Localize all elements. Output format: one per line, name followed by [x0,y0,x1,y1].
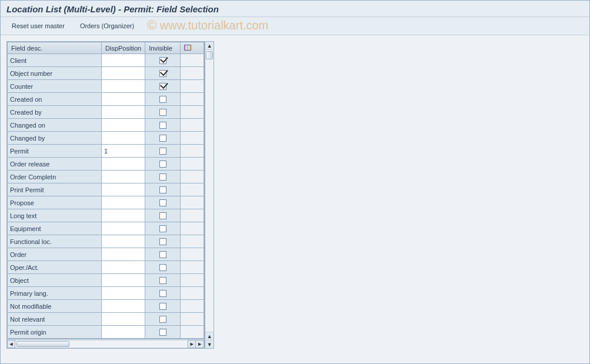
cell-invisible [145,119,181,132]
reset-user-master-button[interactable]: Reset user master [5,19,71,32]
cell-disp-position[interactable] [102,313,145,326]
table-row[interactable]: Changed on [8,119,204,132]
cell-spacer [181,119,204,132]
scroll-right-icon[interactable]: ► [188,340,196,348]
table-row[interactable]: Print Permit [8,183,204,196]
toolbar: Reset user master Orders (Organizer) [1,17,589,35]
invisible-checkbox[interactable] [159,238,166,245]
cell-invisible [145,300,181,313]
cell-disp-position[interactable] [102,132,145,145]
table-row[interactable]: Functional loc. [8,235,204,248]
invisible-checkbox[interactable] [159,148,166,155]
column-header-field-desc[interactable]: Field desc. [8,42,102,54]
cell-disp-position[interactable] [102,248,145,261]
cell-disp-position[interactable] [102,235,145,248]
cell-disp-position[interactable] [102,54,145,67]
cell-disp-position[interactable] [102,274,145,287]
cell-disp-position[interactable] [102,300,145,313]
scroll-down-icon[interactable]: ▲ [205,332,214,340]
cell-field-desc: Counter [8,80,102,93]
table-row[interactable]: Permit1 [8,145,204,158]
table-row[interactable]: Not modifiable [8,300,204,313]
scroll-right-end-icon[interactable]: ► [196,340,204,348]
invisible-checkbox[interactable] [159,186,166,193]
invisible-checkbox[interactable] [159,251,166,258]
table-row[interactable]: Oper./Act. [8,261,204,274]
cell-field-desc: Client [8,54,102,67]
invisible-checkbox[interactable] [159,316,166,323]
cell-disp-position[interactable] [102,183,145,196]
cell-disp-position[interactable] [102,222,145,235]
table-row[interactable]: Order release [8,158,204,171]
invisible-checkbox[interactable] [159,135,166,142]
cell-disp-position[interactable] [102,209,145,222]
invisible-checkbox[interactable] [159,277,166,284]
cell-disp-position[interactable] [102,261,145,274]
invisible-checkbox[interactable] [159,109,166,116]
horizontal-scrollbar[interactable]: ◄ ► ► [7,339,204,348]
hscroll-track[interactable] [15,340,188,348]
cell-disp-position[interactable] [102,196,145,209]
invisible-checkbox[interactable] [159,264,166,271]
table-row[interactable]: Primary lang. [8,287,204,300]
table-row[interactable]: Equipment [8,222,204,235]
invisible-checkbox[interactable] [159,290,166,297]
cell-disp-position[interactable] [102,171,145,183]
invisible-checkbox[interactable] [159,161,166,168]
table-row[interactable]: Long text [8,209,204,222]
cell-disp-position[interactable]: 1 [102,145,145,158]
field-selection-table: Field desc. DispPosition Invisible Clien… [6,41,205,349]
table-row[interactable]: Propose [8,196,204,209]
column-header-disp-position[interactable]: DispPosition [102,42,145,54]
cell-spacer [181,196,204,209]
invisible-checkbox[interactable] [159,225,166,232]
invisible-checkbox[interactable] [159,122,166,129]
table-row[interactable]: Changed by [8,132,204,145]
table-row[interactable]: Not relevant [8,313,204,326]
vertical-scrollbar[interactable]: ▲ ▲ ▼ [205,41,214,349]
table-row[interactable]: Permit origin [8,326,204,339]
cell-field-desc: Propose [8,196,102,209]
content-area: Field desc. DispPosition Invisible Clien… [1,35,589,363]
cell-disp-position[interactable] [102,158,145,171]
scroll-left-icon[interactable]: ◄ [7,340,15,348]
cell-field-desc: Object [8,274,102,287]
hscroll-thumb[interactable] [16,341,69,347]
table-row[interactable]: Order Completn [8,171,204,183]
cell-field-desc: Order release [8,158,102,171]
table-row[interactable]: Created by [8,106,204,119]
invisible-checkbox[interactable] [159,70,166,77]
cell-disp-position[interactable] [102,80,145,93]
table-row[interactable]: Object [8,274,204,287]
orders-organizer-button[interactable]: Orders (Organizer) [74,19,141,32]
invisible-checkbox[interactable] [159,199,166,206]
invisible-checkbox[interactable] [159,303,166,310]
invisible-checkbox[interactable] [159,173,166,181]
cell-disp-position[interactable] [102,67,145,80]
column-header-invisible[interactable]: Invisible [145,42,181,54]
table-row[interactable]: Client [8,54,204,67]
vscroll-track[interactable] [205,50,214,332]
invisible-checkbox[interactable] [159,57,166,64]
cell-invisible [145,287,181,300]
cell-invisible [145,93,181,106]
cell-disp-position[interactable] [102,119,145,132]
scroll-down-end-icon[interactable]: ▼ [205,340,214,348]
cell-field-desc: Permit origin [8,326,102,339]
cell-disp-position[interactable] [102,326,145,339]
scroll-up-icon[interactable]: ▲ [205,42,214,50]
table-row[interactable]: Order [8,248,204,261]
invisible-checkbox[interactable] [159,83,166,90]
cell-field-desc: Order [8,248,102,261]
table-row[interactable]: Counter [8,80,204,93]
vscroll-thumb[interactable] [206,51,213,59]
invisible-checkbox[interactable] [159,212,166,219]
cell-disp-position[interactable] [102,106,145,119]
table-row[interactable]: Object number [8,67,204,80]
invisible-checkbox[interactable] [159,329,166,336]
cell-disp-position[interactable] [102,93,145,106]
table-row[interactable]: Created on [8,93,204,106]
table-settings-button[interactable] [181,42,204,54]
cell-disp-position[interactable] [102,287,145,300]
invisible-checkbox[interactable] [159,96,166,103]
